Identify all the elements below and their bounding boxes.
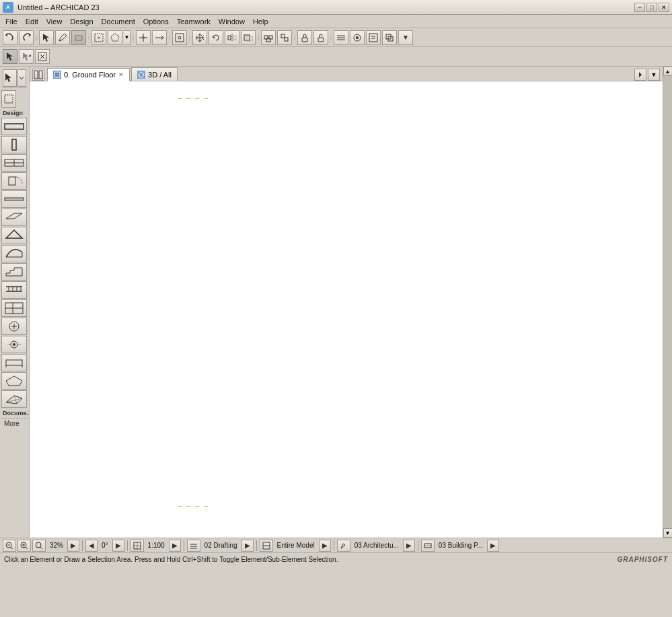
lamp-tool-button[interactable] [1, 336, 27, 353]
select-dropdown-arrow[interactable]: ▼ [124, 30, 130, 45]
extend-button[interactable] [152, 30, 167, 45]
zoom-dropdown-button[interactable]: ▶ [67, 540, 79, 552]
menu-window[interactable]: Window [215, 16, 249, 27]
svg-rect-17 [281, 34, 285, 38]
close-button[interactable]: ✕ [659, 3, 669, 12]
tab-bar: 0. Ground Floor ✕ 3D / All ▼ [30, 67, 663, 81]
more-toolbar-button[interactable]: ▼ [398, 30, 413, 45]
move-button[interactable] [192, 30, 207, 45]
layer-dropdown-button[interactable]: ▶ [241, 540, 254, 552]
prev-view-button[interactable]: ◀ [85, 540, 98, 552]
furniture-tool-button[interactable] [1, 354, 27, 371]
pen-set-icon[interactable] [337, 540, 350, 552]
menu-teamwork[interactable]: Teamwork [173, 16, 215, 27]
arrow-tool-button[interactable] [39, 30, 54, 45]
menu-view[interactable]: View [42, 16, 67, 27]
pen2-set-icon[interactable] [421, 540, 435, 552]
select-tool-dropdown[interactable] [17, 69, 26, 87]
canvas-area: 0. Ground Floor ✕ 3D / All ▼ – – – – [30, 67, 663, 538]
menu-document[interactable]: Document [98, 16, 139, 27]
drawing-canvas[interactable]: – – – – – – – – [30, 81, 663, 538]
scale-dropdown-button[interactable]: ▶ [169, 540, 181, 552]
scroll-down-button[interactable]: ▼ [663, 528, 673, 538]
undo-button[interactable] [3, 30, 17, 45]
filter-dropdown-button[interactable]: ▶ [319, 540, 331, 552]
bt-divider-4 [256, 540, 257, 551]
pen2-dropdown-button[interactable]: ▶ [487, 540, 499, 552]
scroll-track-vertical[interactable] [663, 76, 672, 528]
menu-file[interactable]: File [1, 16, 22, 27]
filter-icon[interactable] [260, 540, 273, 552]
pencil-tool-button[interactable] [55, 30, 70, 45]
select-dropdown[interactable]: ▼ [124, 30, 130, 45]
rotate-button[interactable] [209, 30, 223, 45]
scroll-up-button[interactable]: ▲ [663, 67, 673, 76]
eraser-tool-button[interactable] [71, 30, 86, 45]
door-tool-button[interactable] [1, 172, 27, 190]
svg-marker-62 [6, 376, 22, 386]
menu-help[interactable]: Help [249, 16, 272, 27]
object-tool-button[interactable] [1, 318, 27, 335]
restore-button[interactable]: □ [646, 3, 657, 12]
select-poly-button[interactable] [108, 30, 122, 45]
slab-tool-button[interactable] [1, 209, 27, 226]
window-tool-button[interactable] [1, 154, 27, 172]
next-angle-button[interactable]: ▶ [112, 540, 124, 552]
sep2 [87, 30, 90, 45]
layer-button[interactable] [334, 30, 348, 45]
group-button[interactable] [261, 30, 276, 45]
select-rect-button[interactable] [91, 30, 106, 45]
tab-menu-button[interactable]: ▼ [648, 69, 660, 81]
marquee-tool-button[interactable] [1, 90, 16, 108]
mirror-button[interactable] [225, 30, 239, 45]
svg-marker-41 [6, 213, 22, 219]
tab-ground-floor[interactable]: 0. Ground Floor ✕ [47, 68, 130, 81]
shell-tool-button[interactable] [1, 245, 27, 262]
select-arrow-button[interactable] [3, 49, 17, 64]
minimize-button[interactable]: – [634, 3, 645, 12]
tab-close-ground-floor[interactable]: ✕ [118, 71, 124, 78]
more-tools-button[interactable]: More [1, 418, 28, 429]
element-info-button[interactable] [366, 30, 381, 45]
svg-point-5 [142, 36, 145, 39]
zoom-level-text: 32% [47, 542, 66, 549]
mesh-tool-button[interactable] [1, 390, 27, 408]
curtain-wall-tool-button[interactable] [1, 299, 27, 317]
wall-tool-button[interactable] [1, 118, 27, 135]
unlock-button[interactable] [313, 30, 328, 45]
snap-button[interactable] [172, 30, 187, 45]
layer-name-text: 02 Drafting [202, 542, 240, 549]
layer-set-icon[interactable] [187, 540, 200, 552]
column-tool-button[interactable] [1, 136, 27, 153]
sep4 [168, 30, 171, 45]
redo-button[interactable] [19, 30, 34, 45]
tab-nav-button[interactable] [634, 69, 646, 81]
title-bar-text: Untitled – ARCHICAD 23 [17, 3, 100, 11]
zoom-in-button[interactable] [17, 540, 31, 552]
solid-ops-button[interactable] [382, 30, 397, 45]
zoom-fit-button[interactable] [32, 540, 46, 552]
ungroup-button[interactable] [277, 30, 292, 45]
stair-tool-button[interactable] [1, 263, 27, 281]
morph-tool-button[interactable] [1, 372, 27, 390]
offset-button[interactable] [241, 30, 256, 45]
beam-tool-button[interactable] [1, 190, 27, 208]
trim-button[interactable] [136, 30, 151, 45]
railing-tool-button[interactable] [1, 281, 27, 299]
roof-tool-button[interactable] [1, 227, 27, 244]
menu-design[interactable]: Design [66, 16, 97, 27]
pen-dropdown-button[interactable]: ▶ [403, 540, 415, 552]
split-view-button[interactable] [32, 69, 44, 81]
select-arrow-right-button[interactable] [19, 49, 34, 64]
menu-edit[interactable]: Edit [22, 16, 42, 27]
pen-button[interactable] [350, 30, 365, 45]
branding-text: GRAPHISOFT [617, 556, 668, 563]
tab-3d-view[interactable]: 3D / All [131, 67, 178, 81]
scale-icon-button[interactable] [130, 540, 144, 552]
lock-button[interactable] [297, 30, 312, 45]
svg-rect-33 [5, 124, 24, 129]
menu-options[interactable]: Options [139, 16, 173, 27]
magic-wand-button[interactable] [35, 49, 50, 64]
select-tool-button[interactable] [3, 69, 17, 87]
zoom-out-button[interactable] [3, 540, 16, 552]
